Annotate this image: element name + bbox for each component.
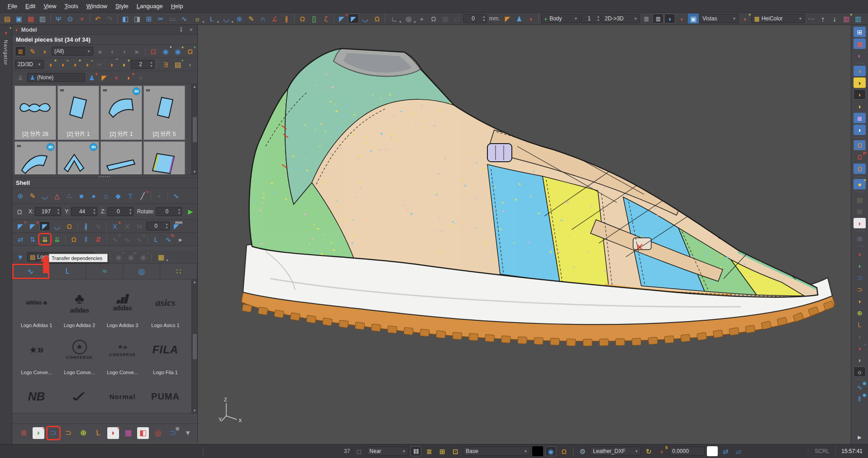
sole-blue-red-icon[interactable]: ⊃ (854, 272, 866, 283)
save-model-icon[interactable]: ▦ (25, 14, 36, 24)
transfer-dependencies-icon[interactable]: ⇊ (39, 234, 50, 244)
sole-orange-icon[interactable]: ⊃ (854, 284, 866, 294)
chain-open-icon[interactable]: ∦ (81, 221, 91, 231)
shell-pentagon-icon[interactable]: ⌂ (100, 191, 111, 201)
save-copy-icon[interactable]: ▥ (37, 14, 48, 24)
locks-transfer-icon[interactable]: Ω⇄ (854, 152, 866, 162)
piece-thumbnail[interactable]: ∞[2] 分片 1 (57, 86, 99, 140)
viewport-3d[interactable]: Z Y X (198, 25, 851, 444)
tab-arcs[interactable]: ≈ (86, 264, 124, 279)
shoe-add-icon[interactable]: ◗+ (739, 14, 750, 24)
shoe-red-icon[interactable]: ◗ (676, 14, 687, 24)
window-shoe-orange-icon[interactable]: ◗ (854, 66, 866, 76)
heicolor-dropdown[interactable]: ▦HeiColor▼ (751, 14, 805, 23)
lock-edit-icon[interactable]: Ω (64, 221, 75, 231)
lock-status-icon[interactable]: Ω (558, 446, 569, 456)
cursor-last-icon[interactable]: ◤ (99, 72, 110, 82)
logo-item[interactable]: adidas♣Logo Adidas 1 (15, 282, 58, 329)
piece-thumbnail[interactable]: 3D (57, 141, 99, 175)
shoe-compare-icon[interactable]: ◗ (525, 14, 536, 24)
piece-thumbnail[interactable]: ∞3D (14, 141, 56, 175)
pieces-stack-icon[interactable]: ≣ (15, 46, 26, 56)
piece-add-icon[interactable]: ◗+ (45, 59, 56, 69)
camera-circle-icon[interactable]: ◎ (152, 427, 164, 439)
mode-2d3d-dropdown[interactable]: 2D->3D▼ (602, 14, 640, 23)
menu-language[interactable]: Language (133, 0, 167, 12)
wave-eye-icon[interactable]: ∿◉ (854, 382, 866, 392)
piece-thumbnail[interactable]: ∞3D[2] 分片 1 (100, 86, 142, 140)
loop-orange-icon[interactable]: ⊃ (62, 427, 74, 439)
rotate-half-icon[interactable]: ◐ (854, 50, 866, 61)
shoe-bucket-icon[interactable]: ◗+ (107, 427, 119, 439)
zoom-icon[interactable]: ⊙ (65, 14, 76, 24)
pan-hand-icon[interactable]: Ψ (53, 14, 64, 24)
scroll-thumb[interactable] (193, 117, 197, 142)
cursor-deselect-icon[interactable]: ◤× (336, 14, 347, 24)
logo-item[interactable]: Normal (101, 376, 144, 414)
more-icon[interactable]: ⋯ (806, 14, 816, 24)
z-input[interactable]: 0▲▼ (107, 207, 134, 216)
logo-item[interactable]: ★CONVERSELogo Conve... (58, 329, 101, 376)
flip-vertical-icon[interactable]: ⇅ (27, 234, 38, 244)
move-tool-icon[interactable]: + (416, 14, 427, 24)
corner-tool-icon[interactable]: L (151, 234, 162, 244)
logo-item[interactable]: NB (15, 376, 58, 414)
snap-spinner[interactable]: 0▲▼ (146, 222, 170, 231)
pick-measure-icon[interactable]: ◤ (502, 14, 513, 24)
logos-scroll-down-icon[interactable]: ▼ (193, 409, 196, 413)
panel-splitter[interactable]: ▪▪▪▪▪▪ (12, 175, 197, 178)
shell-rect-icon[interactable]: ■ (76, 191, 87, 201)
close-icon[interactable]: × (187, 27, 195, 33)
menu-window[interactable]: Window (82, 0, 111, 12)
eraser-icon[interactable]: ◧ (120, 14, 131, 24)
rotate-tool-icon[interactable]: Ω (428, 14, 439, 24)
cursor-delete-icon[interactable]: ◤× (15, 221, 26, 231)
logo-item[interactable]: ★»Logo Conve... (15, 329, 58, 376)
window-lock-icon[interactable]: Ω (854, 140, 866, 150)
cut-icon[interactable]: ✂ (155, 14, 166, 24)
curve-tool-icon[interactable]: ◡ (52, 221, 62, 231)
copy-icon[interactable]: ⊞ (143, 14, 154, 24)
pieces-scrollbar[interactable]: ▲ ▼ (191, 84, 197, 174)
scroll-down-icon[interactable]: ▼ (193, 170, 196, 174)
shoe-orange-button-icon[interactable]: ◗ (854, 89, 866, 100)
curve-edit-icon[interactable]: ◡ (360, 14, 371, 24)
measure-value-field[interactable]: 0.0000 (669, 447, 705, 456)
heel-tool-icon[interactable]: L (92, 427, 104, 439)
lock-icon[interactable]: Ω (372, 14, 382, 24)
cursor-mm-icon[interactable]: ◤mm (171, 221, 182, 231)
double-curve-icon[interactable]: ∿ (179, 14, 190, 24)
dim-mode-dropdown[interactable]: 2D/3D▼ (15, 60, 44, 69)
count-spinner[interactable]: 1▲▼ (581, 14, 601, 23)
last-apply-icon[interactable]: ♟▸ (86, 72, 97, 82)
swatch-grid-icon[interactable]: ▦ (122, 427, 134, 439)
piece-flatten-icon[interactable]: ◗‾ (106, 59, 117, 69)
shell-curve-icon[interactable]: ◡ (39, 191, 50, 201)
loop-select-icon[interactable]: ⊃ (48, 427, 59, 439)
window-grid-icon[interactable]: ▦ (854, 39, 866, 49)
shoe-new-icon[interactable]: ◗+ (33, 427, 44, 439)
loop-grid-icon[interactable]: ⊃▦ (167, 427, 179, 439)
logos-scroll-up-icon[interactable]: ▲ (193, 280, 196, 284)
shoe-last-icon[interactable]: ◗ (854, 296, 866, 306)
scroll-up-icon[interactable]: ▲ (193, 85, 196, 89)
heel-curve-icon[interactable]: L (854, 319, 866, 330)
x-input[interactable]: 197▲▼ (35, 207, 61, 216)
shell-pencil-icon[interactable]: ✎ (27, 191, 38, 201)
piece-count-spinner[interactable]: 2▲▼ (131, 60, 154, 69)
pieces-pen-icon[interactable]: ✎ (27, 46, 38, 56)
vistas-dropdown[interactable]: Vistas▼ (700, 14, 739, 23)
body-dropdown[interactable]: ◗Body▼ (541, 14, 580, 23)
eye-add-icon[interactable]: ◉+ (172, 46, 183, 56)
measure-plus-icon[interactable]: ∠ (269, 14, 280, 24)
select-isolate-icon[interactable]: ⊡ (148, 46, 159, 56)
shell-target-icon[interactable]: ⊕ (15, 191, 26, 201)
logo-item[interactable]: asicsLogo Asics 1 (144, 282, 187, 329)
unlock-icon[interactable]: Ω (68, 234, 79, 244)
white-swatch[interactable] (707, 446, 718, 456)
bars-eye-icon[interactable]: ‖◉ (854, 394, 866, 404)
mannequin-icon[interactable]: ♟ (514, 14, 525, 24)
arc-curve-icon[interactable]: ◡▼ (219, 14, 233, 24)
bulb-icon[interactable]: ☼ (854, 366, 866, 377)
tab-colors[interactable]: ∷ (160, 264, 197, 279)
